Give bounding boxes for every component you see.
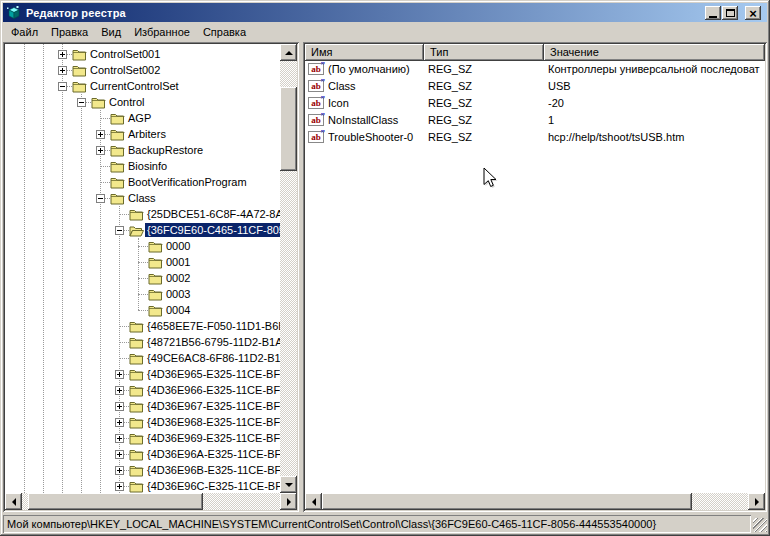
expand-plus-icon[interactable] bbox=[115, 466, 124, 475]
collapse-minus-icon[interactable] bbox=[96, 194, 105, 203]
maximize-button[interactable] bbox=[722, 6, 738, 20]
expand-plus-icon[interactable] bbox=[115, 434, 124, 443]
tree-item-label[interactable]: {4D36E967-E325-11CE-BFC bbox=[145, 399, 280, 413]
tree-item-label[interactable]: CurrentControlSet bbox=[88, 79, 181, 93]
tree-row[interactable]: {48721B56-6795-11D2-B1A bbox=[5, 334, 280, 350]
tree-row[interactable]: 0000 bbox=[5, 238, 280, 254]
tree-row[interactable]: BackupRestore bbox=[5, 142, 280, 158]
tree-row[interactable]: 0004 bbox=[5, 302, 280, 318]
collapse-minus-icon[interactable] bbox=[115, 226, 124, 235]
minimize-button[interactable] bbox=[705, 6, 721, 20]
list-scroll-left-button[interactable] bbox=[305, 493, 322, 510]
tree-row[interactable]: AGP bbox=[5, 110, 280, 126]
tree-item-label[interactable]: {4D36E968-E325-11CE-BFC bbox=[145, 415, 280, 429]
tree-item-label[interactable]: 0001 bbox=[164, 255, 192, 269]
tree-scroll-right-button[interactable] bbox=[280, 493, 297, 510]
tree-item-label[interactable]: Arbiters bbox=[126, 127, 168, 141]
tree-item-label[interactable]: ControlSet001 bbox=[88, 47, 162, 61]
value-row[interactable]: abClassREG_SZUSB bbox=[305, 78, 765, 95]
tree-row[interactable]: ControlSet002 bbox=[5, 62, 280, 78]
tree-item-label[interactable]: {4D36E969-E325-11CE-BFC bbox=[145, 431, 280, 445]
column-header-value[interactable]: Значение bbox=[544, 44, 765, 61]
tree-row[interactable]: {4D36E96A-E325-11CE-BFC bbox=[5, 446, 280, 462]
tree-row[interactable]: {25DBCE51-6C8F-4A72-8A6 bbox=[5, 206, 280, 222]
tree-item-label[interactable]: Biosinfo bbox=[126, 159, 169, 173]
tree-row[interactable]: CurrentControlSet bbox=[5, 78, 280, 94]
menu-item-правка[interactable]: Правка bbox=[45, 25, 94, 39]
collapse-minus-icon[interactable] bbox=[58, 82, 67, 91]
column-header-name[interactable]: Имя bbox=[305, 44, 424, 61]
tree-row[interactable]: {4D36E969-E325-11CE-BFC bbox=[5, 430, 280, 446]
expand-plus-icon[interactable] bbox=[58, 50, 67, 59]
tree-item-label[interactable]: 0004 bbox=[164, 303, 192, 317]
tree-scroll-left-button[interactable] bbox=[5, 493, 22, 510]
menu-item-файл[interactable]: Файл bbox=[5, 25, 44, 39]
tree-item-label[interactable]: AGP bbox=[126, 111, 153, 125]
expand-plus-icon[interactable] bbox=[58, 66, 67, 75]
tree-item-label[interactable]: {4D36E96C-E325-11CE-BFC bbox=[145, 479, 280, 493]
expand-plus-icon[interactable] bbox=[115, 402, 124, 411]
tree-row[interactable]: {49CE6AC8-6F86-11D2-B1E bbox=[5, 350, 280, 366]
tree-row[interactable]: Arbiters bbox=[5, 126, 280, 142]
tree-item-label[interactable]: BootVerificationProgram bbox=[126, 175, 249, 189]
tree-item-label[interactable]: {25DBCE51-6C8F-4A72-8A6 bbox=[145, 207, 280, 221]
tree-item-label[interactable]: ControlSet002 bbox=[88, 63, 162, 77]
tree-item-label[interactable]: {4D36E965-E325-11CE-BFC bbox=[145, 367, 280, 381]
column-header-type[interactable]: Тип bbox=[424, 44, 544, 61]
value-row[interactable]: ab(По умолчанию)REG_SZКонтроллеры универ… bbox=[305, 61, 765, 78]
tree-row[interactable]: Control bbox=[5, 94, 280, 110]
menu-item-справка[interactable]: Справка bbox=[197, 25, 252, 39]
expand-plus-icon[interactable] bbox=[115, 370, 124, 379]
tree-row[interactable]: {36FC9E60-C465-11CF-805 bbox=[5, 222, 280, 238]
tree-scroll-down-button[interactable] bbox=[280, 476, 297, 493]
tree-row[interactable]: {4D36E966-E325-11CE-BFC bbox=[5, 382, 280, 398]
tree-item-label[interactable]: {48721B56-6795-11D2-B1A bbox=[145, 335, 280, 349]
tree-row[interactable]: Class bbox=[5, 190, 280, 206]
tree-item-label[interactable]: 0002 bbox=[164, 271, 192, 285]
resize-grip-icon[interactable] bbox=[753, 518, 767, 532]
tree-item-label[interactable]: Control bbox=[107, 95, 146, 109]
tree-item-label[interactable]: {4D36E96B-E325-11CE-BFC bbox=[145, 463, 280, 477]
tree-item-label[interactable]: 0000 bbox=[164, 239, 192, 253]
tree-row[interactable]: {4658EE7E-F050-11D1-B6B bbox=[5, 318, 280, 334]
expand-plus-icon[interactable] bbox=[115, 418, 124, 427]
menu-item-вид[interactable]: Вид bbox=[95, 25, 127, 39]
tree-row[interactable]: 0003 bbox=[5, 286, 280, 302]
tree-item-label[interactable]: Class bbox=[126, 191, 158, 205]
tree-scroll-up-button[interactable] bbox=[280, 44, 297, 61]
tree-row[interactable]: {4D36E965-E325-11CE-BFC bbox=[5, 366, 280, 382]
expand-plus-icon[interactable] bbox=[115, 482, 124, 491]
tree-item-label[interactable]: {4658EE7E-F050-11D1-B6B bbox=[145, 319, 280, 333]
tree-row[interactable]: 0002 bbox=[5, 270, 280, 286]
tree-row[interactable]: {4D36E96C-E325-11CE-BFC bbox=[5, 478, 280, 493]
tree-row[interactable]: {4D36E968-E325-11CE-BFC bbox=[5, 414, 280, 430]
value-row[interactable]: abTroubleShooter-0REG_SZhcp://help/tshoo… bbox=[305, 129, 765, 146]
tree-item-label-selected[interactable]: {36FC9E60-C465-11CF-805 bbox=[145, 223, 280, 237]
folder-icon bbox=[110, 176, 125, 189]
tree-row[interactable]: 0001 bbox=[5, 254, 280, 270]
expand-plus-icon[interactable] bbox=[96, 130, 105, 139]
tree-item-label[interactable]: BackupRestore bbox=[126, 143, 205, 157]
tree-row[interactable]: {4D36E967-E325-11CE-BFC bbox=[5, 398, 280, 414]
expand-plus-icon[interactable] bbox=[115, 386, 124, 395]
value-row[interactable]: abNoInstallClassREG_SZ1 bbox=[305, 112, 765, 129]
list-hscroll-thumb[interactable] bbox=[322, 493, 692, 510]
tree-hscroll-thumb[interactable] bbox=[28, 493, 203, 510]
expand-plus-icon[interactable] bbox=[115, 450, 124, 459]
tree-item-label[interactable]: {4D36E96A-E325-11CE-BFC bbox=[145, 447, 280, 461]
tree-vscroll-thumb[interactable] bbox=[280, 87, 297, 171]
expand-plus-icon[interactable] bbox=[96, 146, 105, 155]
tree-row[interactable]: BootVerificationProgram bbox=[5, 174, 280, 190]
collapse-minus-icon[interactable] bbox=[77, 98, 86, 107]
list-scroll-right-button[interactable] bbox=[748, 493, 765, 510]
value-row[interactable]: abIconREG_SZ-20 bbox=[305, 95, 765, 112]
tree-item-label[interactable]: {49CE6AC8-6F86-11D2-B1E bbox=[145, 351, 280, 365]
tree-row[interactable]: Biosinfo bbox=[5, 158, 280, 174]
close-button[interactable] bbox=[745, 6, 761, 20]
tree-item-label[interactable]: {4D36E966-E325-11CE-BFC bbox=[145, 383, 280, 397]
tree-item-label[interactable]: 0003 bbox=[164, 287, 192, 301]
tree-row[interactable]: ControlSet001 bbox=[5, 46, 280, 62]
menu-item-избранное[interactable]: Избранное bbox=[128, 25, 196, 39]
tree-row[interactable]: {4D36E96B-E325-11CE-BFC bbox=[5, 462, 280, 478]
titlebar[interactable]: Редактор реестра bbox=[3, 3, 767, 22]
